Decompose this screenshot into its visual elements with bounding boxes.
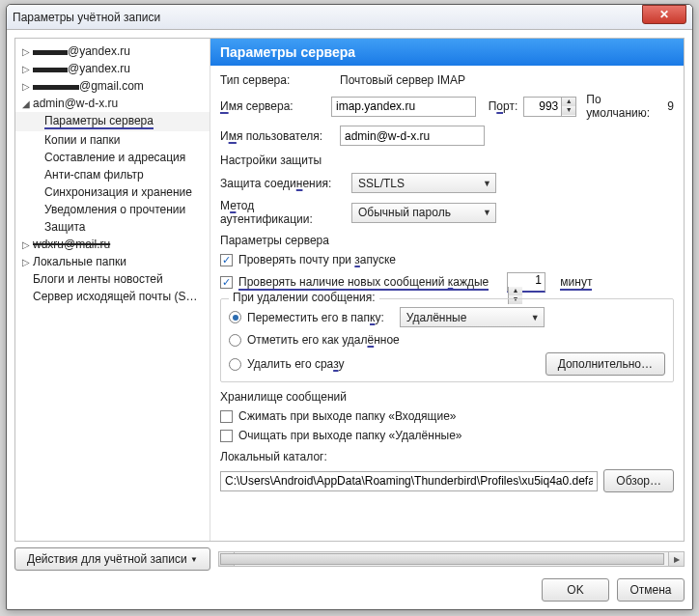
radio-delete-label: Удалить его сразу — [247, 357, 345, 371]
localdir-label: Локальный каталог: — [220, 450, 674, 463]
server-name-input[interactable] — [331, 97, 476, 117]
account-actions-button[interactable]: Действия для учётной записи ▼ — [14, 547, 210, 571]
scroll-thumb[interactable] — [220, 553, 664, 565]
auth-method-label: Метод аутентификации: — [220, 199, 346, 226]
port-label: Порт: — [482, 99, 517, 113]
chevron-down-icon: ▼ — [475, 208, 491, 217]
tree-account-4[interactable]: ◢admin@w-d-x.ru — [15, 95, 210, 112]
chevron-down-icon: ▼ — [523, 313, 540, 322]
dialog-window: Параметры учётной записи ✕ ▷▬▬▬@yandex.r… — [6, 4, 693, 610]
expand-collapsed-icon[interactable]: ▷ — [21, 239, 31, 250]
check-empty-trash-label: Очищать при выходе папку «Удалённые» — [238, 429, 461, 442]
bottom-bar: Действия для учётной записи ▼ ◀ ▶ — [14, 542, 685, 571]
localdir-input[interactable] — [220, 471, 598, 491]
check-compress[interactable] — [220, 410, 233, 423]
conn-security-select[interactable]: SSL/TLS▼ — [351, 173, 496, 193]
expand-collapsed-icon[interactable]: ▷ — [21, 46, 31, 57]
tree-account-5[interactable]: ▷wdxru@mail.ru — [15, 236, 210, 253]
radio-mark-deleted[interactable] — [229, 334, 241, 347]
move-folder-select[interactable]: Удалённые▼ — [400, 307, 545, 327]
interval-spinner[interactable]: ▲▼ — [507, 272, 545, 293]
check-empty-trash[interactable] — [220, 430, 233, 442]
storage-group-label: Хранилище сообщений — [220, 390, 674, 404]
tree-local-folders[interactable]: ▷Локальные папки — [15, 253, 210, 270]
delete-group: При удалении сообщения: Переместить его … — [220, 298, 674, 382]
server-name-label: Имя сервера: — [220, 99, 325, 113]
radio-move-folder[interactable] — [229, 311, 241, 323]
check-startup-label: Проверять почту при запуске — [238, 253, 396, 266]
interval-input[interactable] — [508, 273, 545, 287]
pane-header: Параметры сервера — [210, 39, 684, 66]
expand-collapsed-icon[interactable]: ▷ — [21, 257, 31, 267]
tree-item-security[interactable]: Защита — [15, 218, 210, 236]
spin-up-icon[interactable]: ▲ — [562, 98, 575, 106]
spin-up-icon[interactable]: ▲ — [509, 287, 522, 295]
tree-item-copies[interactable]: Копии и папки — [15, 131, 210, 149]
chevron-down-icon: ▼ — [475, 179, 491, 188]
browse-button[interactable]: Обзор… — [603, 469, 674, 492]
expand-collapsed-icon[interactable]: ▷ — [21, 64, 31, 74]
tree-smtp[interactable]: Сервер исходящей почты (S… — [15, 288, 210, 305]
advanced-button[interactable]: Дополнительно… — [545, 352, 665, 376]
spin-down-icon[interactable]: ▼ — [562, 106, 575, 115]
security-group-label: Настройки защиты — [220, 154, 674, 167]
username-label: Имя пользователя: — [220, 129, 334, 143]
port-default-label: По умолчанию: — [586, 93, 661, 120]
tree-account-2[interactable]: ▷▬▬▬@yandex.ru — [15, 60, 210, 77]
horizontal-scrollbar[interactable]: ◀ ▶ — [218, 551, 685, 567]
chevron-down-icon: ▼ — [190, 555, 198, 564]
check-interval-label: Проверять наличие новых сообщений каждые — [238, 275, 489, 291]
interval-unit: минут — [560, 275, 592, 291]
settings-pane: Параметры сервера Тип сервера: Почтовый … — [210, 39, 684, 541]
check-compress-label: Сжимать при выходе папку «Входящие» — [238, 409, 457, 423]
accounts-tree: ▷▬▬▬@yandex.ru ▷▬▬▬@yandex.ru ▷▬▬▬▬@gmai… — [15, 39, 210, 541]
tree-item-server-settings[interactable]: Параметры сервера — [15, 112, 210, 131]
ok-button[interactable]: OK — [542, 578, 609, 602]
tree-item-receipts[interactable]: Уведомления о прочтении — [15, 201, 210, 218]
radio-move-label: Переместить его в папку: — [247, 311, 384, 324]
conn-security-label: Защита соединения: — [220, 177, 346, 190]
port-spinner[interactable]: ▲▼ — [523, 97, 576, 117]
expand-expanded-icon[interactable]: ◢ — [21, 98, 31, 109]
check-interval[interactable]: ✓ — [220, 276, 233, 289]
dialog-buttons: OK Отмена — [14, 571, 685, 602]
username-input[interactable] — [340, 126, 485, 146]
port-default-value: 9 — [667, 99, 674, 113]
port-input[interactable] — [524, 98, 561, 116]
close-button[interactable]: ✕ — [642, 5, 686, 24]
scroll-right-icon[interactable]: ▶ — [668, 552, 684, 566]
settings-content: Тип сервера: Почтовый сервер IMAP Имя се… — [210, 66, 684, 502]
main-area: ▷▬▬▬@yandex.ru ▷▬▬▬@yandex.ru ▷▬▬▬▬@gmai… — [14, 38, 685, 542]
check-startup[interactable]: ✓ — [220, 254, 233, 266]
client-area: ▷▬▬▬@yandex.ru ▷▬▬▬@yandex.ru ▷▬▬▬▬@gmai… — [14, 38, 685, 602]
radio-delete-now[interactable] — [229, 358, 241, 371]
auth-method-select[interactable]: Обычный пароль▼ — [351, 203, 496, 223]
window-title: Параметры учётной записи — [13, 11, 160, 24]
server-type-value: Почтовый сервер IMAP — [340, 73, 465, 87]
server-type-label: Тип сервера: — [220, 73, 334, 87]
tree-account-3[interactable]: ▷▬▬▬▬@gmail.com — [15, 77, 210, 95]
tree-item-sync[interactable]: Синхронизация и хранение — [15, 183, 210, 201]
titlebar: Параметры учётной записи ✕ — [7, 5, 692, 30]
tree-account-1[interactable]: ▷▬▬▬@yandex.ru — [15, 42, 210, 60]
expand-collapsed-icon[interactable]: ▷ — [21, 81, 31, 92]
tree-item-compose[interactable]: Составление и адресация — [15, 149, 210, 166]
tree-blogs[interactable]: Блоги и ленты новостей — [15, 270, 210, 288]
radio-mark-label: Отметить его как удалённое — [247, 333, 400, 347]
server-params-group-label: Параметры сервера — [220, 234, 674, 247]
tree-item-spam[interactable]: Анти-спам фильтр — [15, 166, 210, 183]
delete-group-legend: При удалении сообщения: — [229, 291, 379, 304]
cancel-button[interactable]: Отмена — [617, 578, 685, 602]
